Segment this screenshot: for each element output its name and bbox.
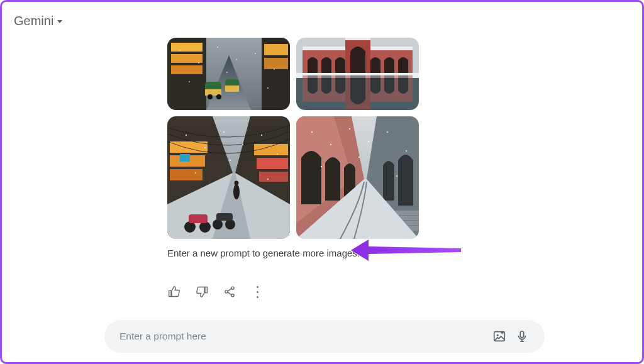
svg-rect-3 (171, 43, 203, 52)
svg-point-62 (267, 179, 269, 180)
svg-rect-41 (259, 172, 288, 182)
chevron-down-icon (57, 20, 62, 23)
image-grid (167, 38, 463, 239)
svg-point-60 (195, 172, 196, 174)
svg-point-57 (242, 144, 243, 145)
prompt-bar (104, 320, 545, 353)
svg-point-76 (387, 131, 388, 133)
svg-point-54 (186, 135, 187, 136)
more-options-icon[interactable] (250, 285, 264, 299)
svg-rect-53 (216, 213, 233, 221)
svg-point-22 (226, 72, 228, 73)
prompt-input[interactable] (119, 331, 488, 342)
svg-point-17 (217, 47, 218, 48)
svg-point-59 (277, 153, 278, 155)
generated-image-4[interactable] (296, 116, 419, 239)
svg-point-13 (208, 94, 213, 99)
svg-point-79 (358, 157, 360, 158)
svg-point-15 (179, 50, 180, 51)
generated-image-2[interactable] (296, 38, 419, 110)
share-icon[interactable] (223, 285, 236, 299)
svg-rect-42 (180, 154, 190, 162)
svg-point-20 (274, 69, 275, 70)
response-block: Enter a new prompt to generate more imag… (167, 0, 463, 299)
thumbs-down-icon[interactable] (195, 285, 209, 299)
svg-point-74 (349, 128, 350, 130)
svg-point-86 (497, 334, 499, 336)
app-name: Gemini (14, 14, 53, 28)
generated-image-1[interactable] (167, 38, 290, 110)
svg-point-55 (204, 147, 206, 148)
svg-rect-87 (520, 331, 524, 338)
model-switcher[interactable]: Gemini (14, 14, 62, 28)
svg-point-80 (396, 175, 397, 177)
svg-rect-6 (264, 44, 288, 55)
svg-point-19 (255, 53, 256, 54)
svg-rect-5 (171, 65, 203, 74)
svg-rect-7 (264, 58, 288, 69)
svg-point-58 (261, 135, 262, 136)
svg-point-16 (198, 62, 199, 63)
hint-text: Enter a new prompt to generate more imag… (167, 248, 463, 258)
microphone-icon[interactable] (511, 325, 533, 348)
svg-rect-12 (225, 85, 239, 92)
svg-point-52 (225, 219, 235, 229)
svg-point-46 (233, 184, 240, 199)
svg-point-73 (330, 144, 331, 145)
svg-point-56 (223, 131, 225, 133)
thumbs-up-icon[interactable] (167, 285, 181, 299)
svg-point-77 (406, 150, 407, 152)
svg-point-83 (231, 294, 234, 297)
response-actions (167, 285, 463, 299)
svg-point-23 (267, 87, 269, 89)
image-upload-icon[interactable] (488, 325, 511, 348)
svg-point-18 (236, 59, 237, 60)
svg-point-72 (311, 131, 313, 133)
svg-rect-38 (170, 169, 203, 180)
svg-point-78 (321, 166, 322, 167)
svg-point-61 (230, 160, 231, 161)
svg-rect-40 (257, 158, 288, 169)
generated-image-3[interactable] (167, 116, 290, 239)
svg-point-51 (213, 219, 223, 229)
svg-point-81 (231, 287, 234, 289)
svg-rect-4 (171, 54, 203, 63)
svg-point-47 (235, 181, 239, 185)
svg-point-21 (189, 81, 190, 82)
svg-point-75 (368, 141, 369, 142)
svg-point-82 (225, 290, 228, 293)
svg-point-14 (216, 94, 221, 99)
svg-rect-50 (189, 214, 208, 223)
svg-rect-29 (345, 38, 370, 40)
